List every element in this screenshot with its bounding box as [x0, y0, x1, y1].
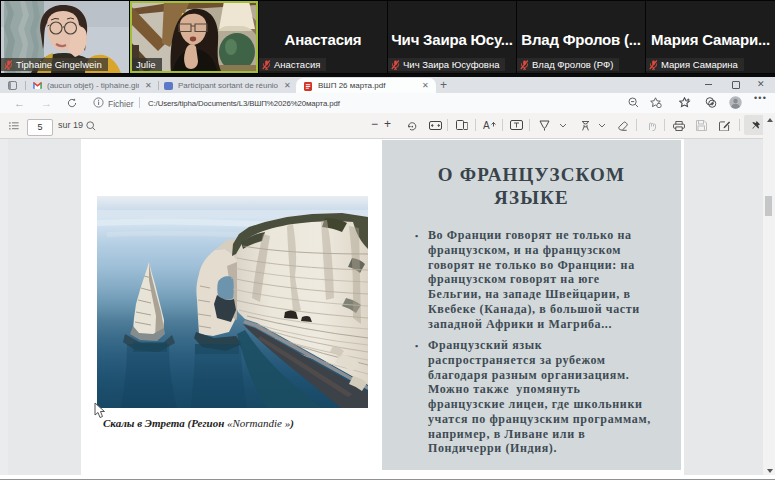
- svg-text:A: A: [483, 120, 490, 130]
